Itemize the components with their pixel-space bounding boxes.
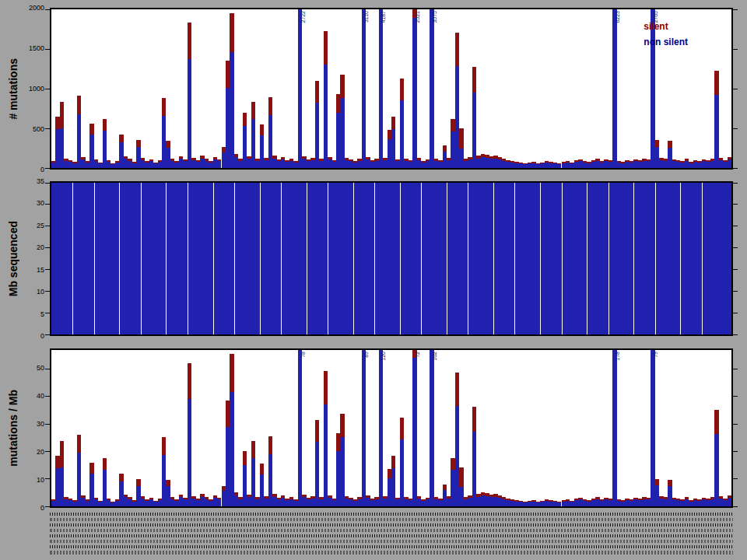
tick-mark (45, 269, 50, 270)
silent-segment (166, 480, 170, 487)
clipped-value-label: 120 (381, 352, 386, 361)
silent-segment (128, 497, 132, 499)
silent-segment (162, 98, 166, 115)
silent-segment (141, 496, 145, 499)
tick-mark (733, 291, 738, 292)
sample-bar (315, 420, 319, 506)
group-separator (94, 183, 95, 334)
y-tick-label: 0 (40, 333, 44, 340)
y-tick-label: 35 (37, 178, 44, 185)
tick-mark (733, 226, 738, 226)
group-separator (608, 183, 609, 334)
clipped-value-label: 6223 (615, 11, 620, 23)
silent-segment (315, 420, 319, 442)
y-tick-labels-mutations: 0500100015002000 (23, 8, 47, 170)
tick-mark (733, 313, 738, 313)
silent-segment (272, 494, 276, 497)
silent-segment (230, 354, 233, 392)
silent-segment (324, 31, 328, 65)
mutation-bars (51, 9, 731, 168)
silent-segment (81, 495, 85, 499)
group-separator (468, 183, 468, 334)
y-tick-label: 5 (40, 310, 44, 317)
legend-silent: silent (644, 19, 688, 34)
sample-bar (324, 371, 328, 506)
tick-mark (733, 247, 738, 248)
silent-segment (119, 474, 123, 481)
group-separator (166, 183, 167, 334)
legend-non-silent: non silent (644, 34, 688, 50)
sample-bar (362, 350, 366, 506)
panel-mb-row: Mb sequenced 05101520253035 (0, 181, 747, 336)
silent-segment (366, 495, 370, 499)
tick-mark (733, 506, 738, 507)
sample-bar (324, 31, 328, 168)
silent-segment (141, 158, 145, 160)
sample-label-texture-row (50, 518, 733, 521)
sample-bar (315, 81, 319, 168)
group-separator (141, 183, 142, 334)
silent-segment (260, 464, 264, 474)
silent-segment (417, 158, 421, 160)
sample-bar (298, 350, 302, 506)
tick-mark (45, 183, 50, 184)
silent-segment (324, 371, 328, 404)
y-tick-labels-rate: 01020304050 (23, 348, 47, 508)
group-separator (493, 183, 494, 334)
tick-mark (45, 369, 50, 369)
y-tick-label: 1000 (29, 86, 44, 93)
group-separator (281, 183, 282, 334)
sample-bar (412, 350, 416, 506)
tick-mark (45, 334, 50, 335)
y-tick-label: 2000 (29, 5, 44, 12)
group-separator (328, 183, 328, 334)
silent-segment (281, 157, 285, 160)
silent-segment (443, 145, 447, 151)
sample-bar (472, 67, 476, 168)
sample-label-texture-row (50, 551, 733, 555)
tick-mark (733, 369, 738, 369)
sample-bar (230, 354, 233, 506)
y-tick-label: 10 (37, 289, 44, 296)
group-separator (260, 183, 261, 334)
silent-segment (315, 81, 319, 103)
sample-bar (400, 79, 404, 168)
clipped-value-label: 2521 (415, 11, 420, 23)
sample-label-texture-row (50, 523, 733, 527)
clipped-value-label: 72 (415, 352, 420, 358)
y-axis-label-mutations: # mutations (3, 8, 23, 170)
sample-bar (714, 410, 718, 506)
tick-mark (733, 128, 738, 129)
silent-segment (128, 159, 132, 161)
silent-segment (251, 102, 255, 118)
tick-mark (45, 226, 50, 226)
y-axis-label-text: # mutations (7, 58, 19, 120)
silent-segment (302, 156, 306, 159)
group-separator (188, 183, 188, 334)
tick-mark (733, 424, 738, 425)
y-tick-label: 20 (37, 449, 44, 456)
silent-segment (81, 157, 85, 160)
tick-mark (733, 168, 738, 169)
tick-mark (733, 269, 738, 270)
sample-bar (188, 363, 191, 506)
silent-segment (281, 495, 285, 499)
group-separator (119, 183, 120, 334)
y-tick-label: 20 (37, 244, 44, 251)
y-tick-label: 0 (40, 166, 44, 173)
legend: silent non silent (644, 19, 688, 50)
group-separator (307, 183, 307, 334)
silent-segment (459, 467, 463, 487)
y-axis-label-text: mutations / Mb (7, 390, 19, 467)
silent-segment (136, 479, 140, 486)
tick-mark (733, 478, 738, 479)
tick-mark (733, 204, 738, 205)
group-separator (400, 183, 401, 334)
silent-segment (714, 71, 718, 96)
silent-segment (328, 495, 331, 499)
group-separator (353, 183, 354, 334)
tick-mark (733, 183, 738, 184)
silent-segment (268, 97, 272, 114)
clipped-value-label: 2722 (300, 11, 306, 23)
silent-segment (391, 117, 395, 129)
